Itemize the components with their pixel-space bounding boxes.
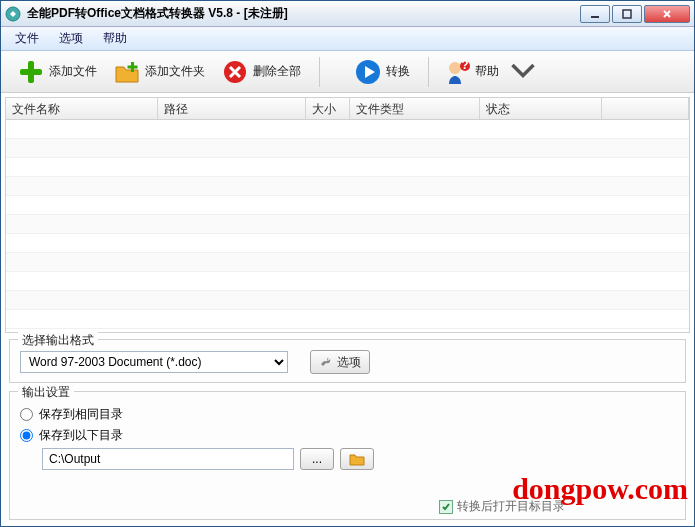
open-after-row[interactable]: 转换后打开目标目录 bbox=[439, 498, 565, 515]
svg-point-9 bbox=[449, 62, 461, 74]
add-file-button[interactable]: 添加文件 bbox=[11, 54, 107, 90]
format-options-label: 选项 bbox=[337, 354, 361, 371]
below-folder-radio[interactable] bbox=[20, 429, 33, 442]
svg-rect-2 bbox=[623, 10, 631, 18]
open-after-label: 转换后打开目标目录 bbox=[457, 498, 565, 515]
wrench-icon bbox=[319, 355, 333, 369]
remove-all-button[interactable]: 删除全部 bbox=[215, 54, 311, 90]
svg-text:?: ? bbox=[461, 58, 468, 72]
remove-icon bbox=[221, 58, 249, 86]
help-label: 帮助 bbox=[475, 63, 499, 80]
minimize-button[interactable] bbox=[580, 5, 610, 23]
table-header: 文件名称 路径 大小 文件类型 状态 bbox=[6, 98, 689, 120]
table-body[interactable] bbox=[6, 120, 689, 333]
play-icon bbox=[354, 58, 382, 86]
col-blank[interactable] bbox=[602, 98, 689, 119]
same-folder-label: 保存到相同目录 bbox=[39, 406, 123, 423]
maximize-button[interactable] bbox=[612, 5, 642, 23]
col-name[interactable]: 文件名称 bbox=[6, 98, 158, 119]
col-size[interactable]: 大小 bbox=[306, 98, 350, 119]
menu-help[interactable]: 帮助 bbox=[95, 28, 135, 49]
same-folder-row[interactable]: 保存到相同目录 bbox=[20, 406, 675, 423]
menubar: 文件 选项 帮助 bbox=[1, 27, 694, 51]
toolbar: 添加文件 添加文件夹 删除全部 转换 ? 帮助 bbox=[1, 51, 694, 93]
browse-button[interactable]: ... bbox=[300, 448, 334, 470]
col-type[interactable]: 文件类型 bbox=[350, 98, 480, 119]
help-icon: ? bbox=[443, 58, 471, 86]
svg-rect-1 bbox=[591, 16, 599, 18]
open-folder-button[interactable] bbox=[340, 448, 374, 470]
col-path[interactable]: 路径 bbox=[158, 98, 306, 119]
menu-options[interactable]: 选项 bbox=[51, 28, 91, 49]
window-buttons bbox=[580, 5, 690, 23]
below-folder-row[interactable]: 保存到以下目录 bbox=[20, 427, 675, 444]
convert-button[interactable]: 转换 bbox=[348, 54, 420, 90]
convert-label: 转换 bbox=[386, 63, 410, 80]
titlebar: 全能PDF转Office文档格式转换器 V5.8 - [未注册] bbox=[1, 1, 694, 27]
same-folder-radio[interactable] bbox=[20, 408, 33, 421]
output-format-legend: 选择输出格式 bbox=[18, 332, 98, 349]
chevron-down-icon bbox=[509, 58, 537, 86]
separator bbox=[319, 57, 320, 87]
menu-file[interactable]: 文件 bbox=[7, 28, 47, 49]
add-folder-label: 添加文件夹 bbox=[145, 63, 205, 80]
below-folder-label: 保存到以下目录 bbox=[39, 427, 123, 444]
add-folder-button[interactable]: 添加文件夹 bbox=[107, 54, 215, 90]
col-status[interactable]: 状态 bbox=[480, 98, 602, 119]
app-icon bbox=[5, 6, 21, 22]
output-settings-group: 输出设置 保存到相同目录 保存到以下目录 ... 转换后打开目标目录 bbox=[9, 391, 686, 520]
separator bbox=[428, 57, 429, 87]
output-path-input[interactable] bbox=[42, 448, 294, 470]
window-title: 全能PDF转Office文档格式转换器 V5.8 - [未注册] bbox=[27, 5, 580, 22]
add-file-label: 添加文件 bbox=[49, 63, 97, 80]
file-table: 文件名称 路径 大小 文件类型 状态 bbox=[5, 97, 690, 333]
help-button[interactable]: ? 帮助 bbox=[437, 54, 543, 90]
output-format-group: 选择输出格式 Word 97-2003 Document (*.doc) 选项 bbox=[9, 339, 686, 383]
folder-icon bbox=[349, 452, 365, 466]
remove-all-label: 删除全部 bbox=[253, 63, 301, 80]
output-format-select[interactable]: Word 97-2003 Document (*.doc) bbox=[20, 351, 288, 373]
plus-icon bbox=[17, 58, 45, 86]
close-button[interactable] bbox=[644, 5, 690, 23]
open-after-checkbox[interactable] bbox=[439, 500, 453, 514]
output-settings-legend: 输出设置 bbox=[18, 384, 74, 401]
folder-plus-icon bbox=[113, 58, 141, 86]
format-options-button[interactable]: 选项 bbox=[310, 350, 370, 374]
svg-rect-4 bbox=[20, 69, 42, 75]
app-window: 全能PDF转Office文档格式转换器 V5.8 - [未注册] 文件 选项 帮… bbox=[0, 0, 695, 527]
svg-rect-6 bbox=[128, 65, 138, 68]
